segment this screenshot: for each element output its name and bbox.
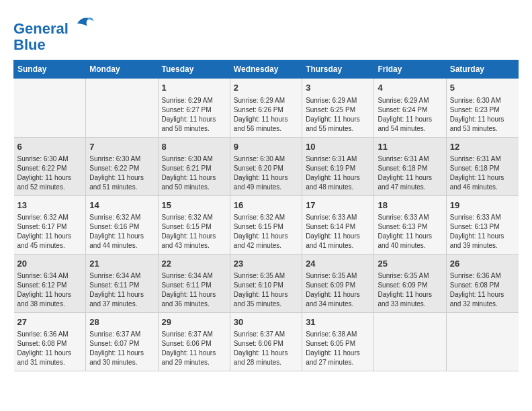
day-info: Sunrise: 6:35 AM Sunset: 6:10 PM Dayligh… — [234, 271, 298, 309]
day-info: Sunrise: 6:33 AM Sunset: 6:14 PM Dayligh… — [306, 213, 370, 250]
day-number: 6 — [17, 141, 83, 153]
calendar-week-5: 27Sunrise: 6:36 AM Sunset: 6:08 PM Dayli… — [14, 313, 519, 371]
day-number: 18 — [378, 199, 442, 212]
weekday-header-monday: Monday — [86, 60, 158, 79]
day-number: 25 — [378, 258, 442, 270]
day-info: Sunrise: 6:31 AM Sunset: 6:19 PM Dayligh… — [306, 154, 370, 192]
day-number: 27 — [17, 316, 83, 328]
day-info: Sunrise: 6:37 AM Sunset: 6:06 PM Dayligh… — [162, 330, 226, 367]
calendar-week-3: 13Sunrise: 6:32 AM Sunset: 6:17 PM Dayli… — [14, 195, 519, 254]
day-number: 17 — [306, 199, 370, 212]
day-number: 20 — [17, 258, 83, 270]
calendar-cell: 31Sunrise: 6:38 AM Sunset: 6:05 PM Dayli… — [302, 313, 374, 371]
day-info: Sunrise: 6:30 AM Sunset: 6:22 PM Dayligh… — [89, 154, 154, 192]
day-info: Sunrise: 6:36 AM Sunset: 6:08 PM Dayligh… — [17, 330, 83, 367]
day-number: 9 — [234, 141, 298, 153]
calendar-cell: 15Sunrise: 6:32 AM Sunset: 6:15 PM Dayli… — [158, 195, 230, 254]
calendar-cell: 29Sunrise: 6:37 AM Sunset: 6:06 PM Dayli… — [158, 313, 230, 371]
calendar-cell: 16Sunrise: 6:32 AM Sunset: 6:15 PM Dayli… — [230, 195, 302, 254]
day-number: 23 — [234, 258, 298, 270]
calendar-cell: 19Sunrise: 6:33 AM Sunset: 6:13 PM Dayli… — [446, 195, 518, 254]
day-info: Sunrise: 6:30 AM Sunset: 6:20 PM Dayligh… — [234, 154, 298, 192]
day-info: Sunrise: 6:34 AM Sunset: 6:11 PM Dayligh… — [89, 271, 154, 309]
calendar-cell: 28Sunrise: 6:37 AM Sunset: 6:07 PM Dayli… — [86, 313, 158, 371]
day-number: 24 — [306, 258, 370, 270]
calendar-cell: 12Sunrise: 6:31 AM Sunset: 6:18 PM Dayli… — [446, 137, 518, 195]
day-number: 12 — [450, 141, 515, 153]
day-info: Sunrise: 6:30 AM Sunset: 6:22 PM Dayligh… — [17, 154, 83, 192]
calendar-cell: 7Sunrise: 6:30 AM Sunset: 6:22 PM Daylig… — [86, 137, 158, 195]
calendar-week-1: 1Sunrise: 6:29 AM Sunset: 6:27 PM Daylig… — [14, 79, 519, 137]
day-info: Sunrise: 6:29 AM Sunset: 6:25 PM Dayligh… — [306, 96, 370, 134]
day-info: Sunrise: 6:34 AM Sunset: 6:12 PM Dayligh… — [17, 271, 83, 309]
calendar-cell: 3Sunrise: 6:29 AM Sunset: 6:25 PM Daylig… — [302, 79, 374, 137]
logo-bird-icon — [75, 13, 95, 34]
day-info: Sunrise: 6:35 AM Sunset: 6:09 PM Dayligh… — [378, 271, 442, 309]
day-info: Sunrise: 6:32 AM Sunset: 6:16 PM Dayligh… — [89, 213, 154, 250]
day-number: 30 — [234, 316, 298, 328]
logo-general: General — [13, 20, 69, 37]
calendar-cell — [86, 79, 158, 137]
logo: General Blue — [13, 13, 95, 53]
day-number: 7 — [89, 141, 154, 153]
day-number: 13 — [17, 199, 83, 212]
weekday-header-sunday: Sunday — [14, 60, 86, 79]
calendar-cell: 5Sunrise: 6:30 AM Sunset: 6:23 PM Daylig… — [446, 79, 518, 137]
calendar-cell: 20Sunrise: 6:34 AM Sunset: 6:12 PM Dayli… — [14, 254, 86, 312]
weekday-header-saturday: Saturday — [446, 60, 518, 79]
day-info: Sunrise: 6:33 AM Sunset: 6:13 PM Dayligh… — [450, 213, 515, 250]
day-info: Sunrise: 6:34 AM Sunset: 6:11 PM Dayligh… — [162, 271, 226, 309]
day-number: 19 — [450, 199, 515, 212]
day-number: 26 — [450, 258, 515, 270]
weekday-header-row: SundayMondayTuesdayWednesdayThursdayFrid… — [14, 60, 519, 79]
day-number: 15 — [162, 199, 226, 212]
day-number: 21 — [89, 258, 154, 270]
day-number: 16 — [234, 199, 298, 212]
day-info: Sunrise: 6:29 AM Sunset: 6:27 PM Dayligh… — [162, 96, 226, 134]
day-info: Sunrise: 6:37 AM Sunset: 6:07 PM Dayligh… — [89, 330, 154, 367]
calendar-cell: 13Sunrise: 6:32 AM Sunset: 6:17 PM Dayli… — [14, 195, 86, 254]
day-info: Sunrise: 6:32 AM Sunset: 6:15 PM Dayligh… — [234, 213, 298, 250]
day-info: Sunrise: 6:32 AM Sunset: 6:17 PM Dayligh… — [17, 213, 83, 250]
calendar-cell: 2Sunrise: 6:29 AM Sunset: 6:26 PM Daylig… — [230, 79, 302, 137]
day-number: 14 — [89, 199, 154, 212]
calendar-cell — [14, 79, 86, 137]
weekday-header-thursday: Thursday — [302, 60, 374, 79]
day-number: 3 — [306, 82, 370, 94]
calendar-cell — [374, 313, 446, 371]
day-number: 28 — [89, 316, 154, 328]
day-number: 10 — [306, 141, 370, 153]
day-info: Sunrise: 6:30 AM Sunset: 6:23 PM Dayligh… — [450, 96, 515, 134]
weekday-header-wednesday: Wednesday — [230, 60, 302, 79]
calendar-cell: 21Sunrise: 6:34 AM Sunset: 6:11 PM Dayli… — [86, 254, 158, 312]
day-info: Sunrise: 6:35 AM Sunset: 6:09 PM Dayligh… — [306, 271, 370, 309]
calendar-cell: 10Sunrise: 6:31 AM Sunset: 6:19 PM Dayli… — [302, 137, 374, 195]
day-info: Sunrise: 6:29 AM Sunset: 6:24 PM Dayligh… — [378, 96, 442, 134]
day-number: 31 — [306, 316, 370, 328]
day-info: Sunrise: 6:38 AM Sunset: 6:05 PM Dayligh… — [306, 330, 370, 367]
calendar-cell: 23Sunrise: 6:35 AM Sunset: 6:10 PM Dayli… — [230, 254, 302, 312]
logo-blue: Blue — [13, 37, 95, 53]
calendar-table: SundayMondayTuesdayWednesdayThursdayFrid… — [13, 60, 519, 371]
calendar-cell: 4Sunrise: 6:29 AM Sunset: 6:24 PM Daylig… — [374, 79, 446, 137]
day-number: 29 — [162, 316, 226, 328]
day-info: Sunrise: 6:30 AM Sunset: 6:21 PM Dayligh… — [162, 154, 226, 192]
calendar-cell: 14Sunrise: 6:32 AM Sunset: 6:16 PM Dayli… — [86, 195, 158, 254]
day-number: 5 — [450, 82, 515, 94]
day-number: 22 — [162, 258, 226, 270]
calendar-week-2: 6Sunrise: 6:30 AM Sunset: 6:22 PM Daylig… — [14, 137, 519, 195]
calendar-cell — [446, 313, 518, 371]
day-info: Sunrise: 6:32 AM Sunset: 6:15 PM Dayligh… — [162, 213, 226, 250]
day-number: 8 — [162, 141, 226, 153]
weekday-header-tuesday: Tuesday — [158, 60, 230, 79]
day-info: Sunrise: 6:33 AM Sunset: 6:13 PM Dayligh… — [378, 213, 442, 250]
calendar-cell: 17Sunrise: 6:33 AM Sunset: 6:14 PM Dayli… — [302, 195, 374, 254]
calendar-body: 1Sunrise: 6:29 AM Sunset: 6:27 PM Daylig… — [14, 79, 519, 371]
day-number: 1 — [162, 82, 226, 94]
weekday-header-friday: Friday — [374, 60, 446, 79]
day-info: Sunrise: 6:36 AM Sunset: 6:08 PM Dayligh… — [450, 271, 515, 309]
day-info: Sunrise: 6:31 AM Sunset: 6:18 PM Dayligh… — [378, 154, 442, 192]
day-number: 11 — [378, 141, 442, 153]
day-number: 4 — [378, 82, 442, 94]
calendar-cell: 18Sunrise: 6:33 AM Sunset: 6:13 PM Dayli… — [374, 195, 446, 254]
